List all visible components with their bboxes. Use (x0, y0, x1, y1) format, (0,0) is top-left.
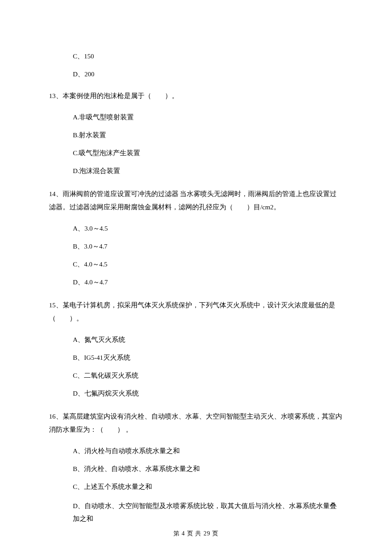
q15-option-d: D、七氟丙烷灭火系统 (49, 388, 343, 398)
q15-option-a: A、氮气灭火系统 (49, 335, 343, 344)
q16-option-d: D、自动喷水、大空间智能型及水喷雾系统比较，取其大值后与消火栓、水幕系统水量叠加… (49, 500, 343, 525)
q15-option-b: B、IG5-41灭火系统 (49, 353, 343, 362)
q16-stem: 16、某高层建筑室内设有消火栓、自动喷水、水幕、大空间智能型主动灭火、水喷雾系统… (49, 410, 343, 436)
q13-option-a: A.非吸气型喷射装置 (49, 112, 343, 122)
q13-option-d: D.泡沫混合装置 (49, 166, 343, 176)
q14-option-c: C、4.0～4.5 (49, 259, 343, 269)
q13-option-b: B.射水装置 (49, 130, 343, 140)
q12-option-c: C、150 (49, 51, 343, 61)
q16-option-b: B、消火栓、自动喷水、水幕系统水量之和 (49, 464, 343, 474)
q16-option-a: A、消火栓与自动喷水系统水量之和 (49, 446, 343, 456)
q13-option-c: C.吸气型泡沫产生装置 (49, 148, 343, 158)
q14-option-d: D、4.0～4.7 (49, 277, 343, 287)
q12-option-d: D、200 (49, 69, 343, 79)
q13-stem: 13、本案例使用的泡沫枪是属于（ ）。 (49, 89, 343, 102)
q14-option-a: A、3.0～4.5 (49, 223, 343, 233)
q14-option-b: B、3.0～4.7 (49, 241, 343, 251)
q15-option-c: C、二氧化碳灭火系统 (49, 370, 343, 380)
q16-option-c: C、上述五个系统水量之和 (49, 482, 343, 491)
q14-stem: 14、雨淋阀前的管道应设置可冲洗的过滤器 当水雾喷头无滤网时，雨淋阀后的管道上也… (49, 187, 343, 214)
q15-stem: 15、某电子计算机房，拟采用气体灭火系统保护，下列气体灭火系统中，设计灭火浓度最… (49, 298, 343, 325)
page-footer: 第 4 页 共 29 页 (0, 529, 392, 538)
